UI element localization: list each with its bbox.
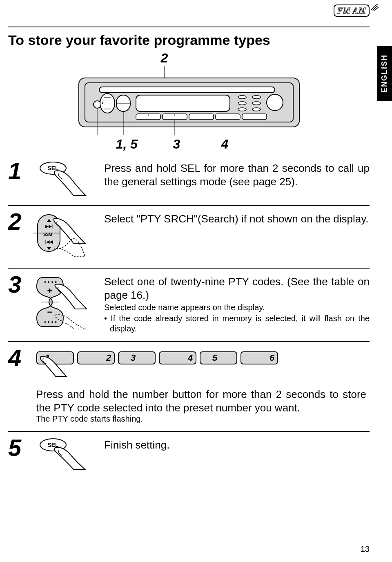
- page-title: To store your favorite programme types: [8, 32, 370, 48]
- svg-rect-3: [99, 87, 275, 93]
- step-2-text: Select "PTY SRCH"(Search) if not shown o…: [104, 212, 370, 226]
- step-4: 4 1 2 3 4 5 6: [8, 342, 370, 431]
- svg-text:SSM: SSM: [43, 232, 52, 237]
- step-3-bullet: • If the code already stored in memory i…: [104, 313, 370, 334]
- svg-text:▶▶|: ▶▶|: [45, 224, 53, 229]
- radio-waves-icon: [370, 3, 382, 14]
- step-2-num: 2: [8, 210, 33, 233]
- svg-text:2: 2: [106, 353, 111, 363]
- svg-point-12: [238, 108, 246, 111]
- step-1-text: Press and hold SEL for more than 2 secon…: [104, 162, 370, 188]
- radio-diagram: 2 1, 5 3: [8, 51, 370, 152]
- svg-rect-42: [200, 352, 237, 364]
- svg-text:• • • •: • • • •: [44, 319, 57, 325]
- svg-point-15: [252, 108, 261, 111]
- svg-rect-20: [216, 114, 240, 120]
- number-buttons-icon: 1 2 3 4 5 6: [33, 346, 286, 378]
- svg-rect-19: [189, 114, 214, 120]
- step-3-num: 3: [8, 273, 33, 296]
- fm-am-text: FM AM: [337, 6, 366, 15]
- svg-point-11: [238, 102, 246, 105]
- language-tab: ENGLISH: [377, 46, 392, 101]
- callout-4: 4: [221, 137, 278, 152]
- step-5-icon: SEL: [33, 436, 104, 470]
- svg-point-10: [238, 96, 246, 99]
- callout-2: 2: [0, 51, 370, 66]
- svg-point-6: [102, 102, 103, 104]
- svg-rect-21: [242, 114, 267, 120]
- svg-rect-40: [118, 352, 155, 364]
- page-number: 13: [361, 544, 370, 554]
- fm-am-badge: FM AM: [334, 6, 370, 16]
- svg-text:4: 4: [187, 353, 193, 363]
- step-3-icon: • • • • + − • • • •: [33, 273, 104, 329]
- step-2: 2 ▶▶| SSM |◀◀ Select "PTY SRCH"(Search) …: [8, 206, 370, 268]
- svg-rect-9: [136, 95, 230, 111]
- svg-text:+: +: [47, 286, 53, 296]
- step-5-num: 5: [8, 436, 33, 460]
- step-4-sub: The PTY code starts flashing.: [8, 414, 370, 424]
- step-1: 1 SEL Press and hold SEL for more than 2…: [8, 155, 370, 205]
- step-3-main: Select one of twenty-nine PTY codes. (Se…: [104, 275, 370, 302]
- svg-text:|◀◀: |◀◀: [45, 239, 53, 244]
- step-5-text: Finish setting.: [104, 438, 370, 452]
- svg-text:3: 3: [131, 353, 136, 363]
- step-3-sub: Selected code name appears on the displa…: [104, 302, 370, 313]
- step-4-num: 4: [8, 346, 33, 370]
- callout-3: 3: [165, 137, 189, 152]
- step-1-icon: SEL: [33, 159, 104, 198]
- top-rule: [8, 27, 370, 27]
- svg-point-13: [252, 96, 261, 99]
- step-1-num: 1: [8, 159, 33, 183]
- svg-text:−: −: [47, 307, 53, 317]
- svg-text:5: 5: [212, 353, 218, 363]
- step-4-main: Press and hold the number button for mor…: [8, 388, 370, 414]
- svg-text:6: 6: [270, 353, 275, 363]
- svg-point-16: [267, 94, 283, 111]
- step-2-icon: ▶▶| SSM |◀◀: [33, 210, 104, 260]
- svg-point-14: [252, 102, 261, 105]
- step-5: 5 SEL Finish setting.: [8, 432, 370, 473]
- callout-1-5: 1, 5: [116, 137, 161, 152]
- step-3: 3 • • • • + − • • • • Select one of twen…: [8, 269, 370, 341]
